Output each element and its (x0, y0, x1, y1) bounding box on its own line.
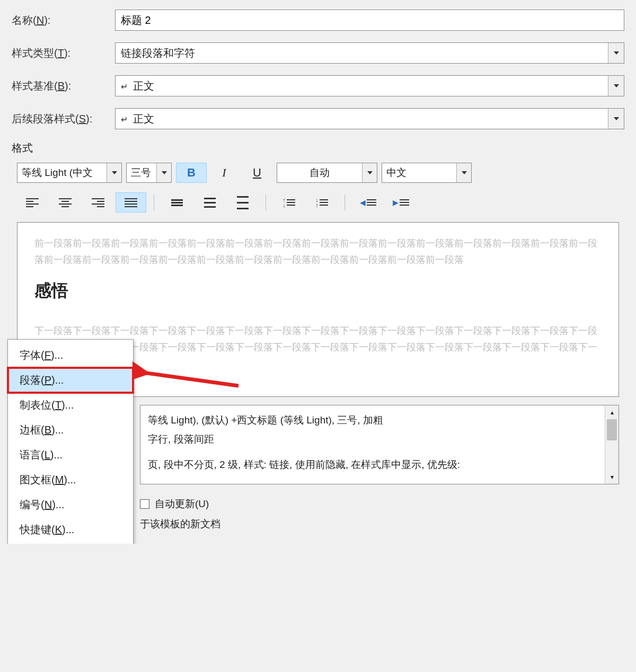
scroll-thumb[interactable] (607, 419, 617, 440)
italic-button[interactable]: I (209, 163, 240, 183)
style-type-label: 样式类型(T): (12, 46, 115, 60)
menu-item-frame[interactable]: 图文框(M)... (8, 467, 133, 492)
format-section-title: 格式 (12, 141, 624, 155)
menu-item-tabs[interactable]: 制表位(T)... (8, 393, 133, 418)
font-size-combo[interactable]: 三号 (126, 163, 172, 183)
preview-heading: 感悟 (34, 279, 602, 303)
underline-button[interactable]: U (242, 163, 272, 183)
name-label: 名称(N): (12, 13, 115, 28)
font-name-combo[interactable]: 等线 Light (中文 (17, 163, 122, 183)
scroll-down-icon[interactable]: ▾ (605, 470, 619, 484)
line-spacing-2-button[interactable] (227, 192, 258, 213)
chevron-down-icon[interactable] (456, 163, 471, 182)
name-input[interactable] (115, 10, 624, 31)
chevron-down-icon[interactable] (156, 163, 171, 182)
style-description: 等线 Light), (默认) +西文标题 (等线 Light), 三号, 加粗… (140, 405, 619, 484)
menu-item-language[interactable]: 语言(L)... (8, 443, 133, 467)
bold-button[interactable]: B (176, 163, 207, 183)
align-right-button[interactable] (83, 192, 113, 213)
following-style-combo[interactable]: 正文 (115, 108, 624, 129)
menu-item-shortcut[interactable]: 快捷键(K)... (8, 517, 133, 542)
checkbox-icon (140, 499, 149, 509)
menu-item-font[interactable]: 字体(F)... (8, 343, 133, 368)
menu-item-numbering[interactable]: 编号(N)... (8, 492, 133, 517)
style-type-combo[interactable]: 链接段落和字符 (115, 42, 624, 64)
menu-item-paragraph[interactable]: 段落(P)... (8, 368, 133, 393)
scrollbar[interactable]: ▴ ▾ (605, 405, 619, 484)
space-after-button[interactable]: ↓↑ (306, 192, 337, 213)
chevron-down-icon[interactable] (608, 109, 624, 129)
chevron-down-icon[interactable] (107, 163, 121, 182)
chevron-down-icon[interactable] (362, 163, 377, 182)
template-docs-checkbox[interactable]: 于该模板的新文档 (140, 514, 624, 534)
space-before-button[interactable]: ↑↓ (273, 192, 304, 213)
auto-update-checkbox[interactable]: 自动更新(U) (140, 494, 624, 514)
language-combo[interactable]: 中文 (382, 163, 472, 183)
chevron-down-icon[interactable] (608, 43, 624, 63)
following-style-label: 后续段落样式(S): (12, 112, 115, 126)
align-center-button[interactable] (50, 192, 81, 213)
scroll-up-icon[interactable]: ▴ (605, 405, 619, 419)
preview-prev-paragraph: 前一段落前一段落前一段落前一段落前一段落前一段落前一段落前一段落前一段落前一段落… (34, 235, 602, 268)
line-spacing-1_5-button[interactable] (195, 192, 225, 213)
line-spacing-1-button[interactable] (162, 192, 192, 213)
menu-item-border[interactable]: 边框(B)... (8, 418, 133, 443)
increase-indent-button[interactable]: ▶ (385, 192, 416, 213)
menu-item-text-effects[interactable]: 文字效果(E)... (8, 542, 133, 544)
chevron-down-icon[interactable] (608, 76, 624, 96)
based-on-combo[interactable]: 正文 (115, 75, 624, 96)
based-on-label: 样式基准(B): (12, 79, 115, 93)
align-justify-button[interactable] (116, 192, 146, 213)
decrease-indent-button[interactable]: ◀ (352, 192, 383, 213)
font-color-combo[interactable]: 自动 (277, 163, 377, 183)
align-left-button[interactable] (17, 192, 48, 213)
format-menu: 字体(F)... 段落(P)... 制表位(T)... 边框(B)... 语言(… (7, 339, 134, 544)
